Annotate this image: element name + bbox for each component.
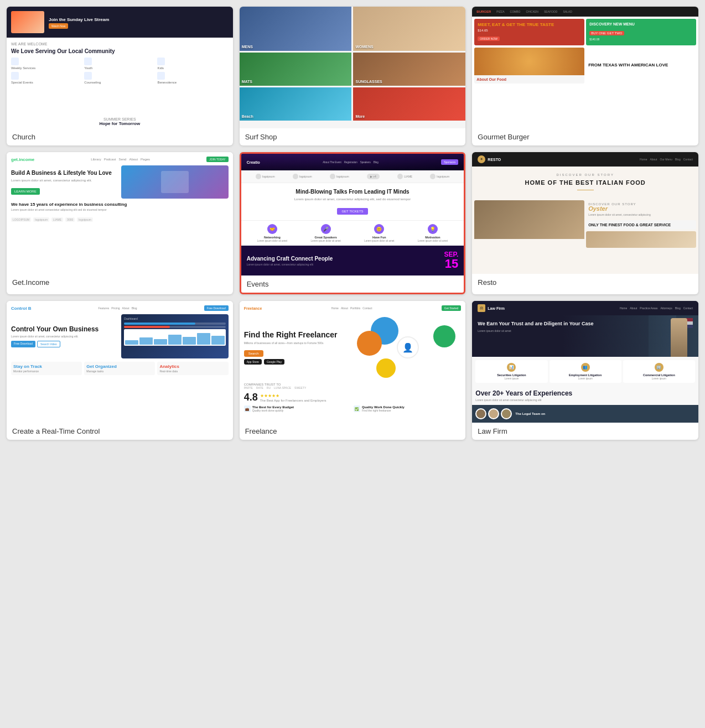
events-nav: Creatio About The Event Registration Spe… (247, 159, 459, 165)
freelance-nav: Freelance Home About Portfolio Contact G… (244, 305, 462, 311)
circle-orange (357, 331, 382, 356)
burger-texas-section: FROM TEXAS WITH AMERICAN LOVE (586, 48, 696, 84)
law-hero-desc: Lorem ipsum dolor sit amet (478, 329, 693, 332)
events-mid-btn[interactable]: GET TICKETS (337, 208, 367, 215)
surf-extra: More (353, 87, 465, 121)
freelance-feature-1: 💼 The Best for Every Budget Quality work… (244, 405, 351, 412)
resto-nav: ☀ RESTO Home About Our Menu Blog Contact (472, 152, 698, 167)
freelance-cta-btn[interactable]: Get Started (442, 305, 462, 311)
freelance-circles: 👤 (354, 314, 461, 381)
resto-preview: ☀ RESTO Home About Our Menu Blog Contact… (472, 152, 698, 274)
events-feature-2: 🎤 Great Speakers Lorem ipsum dolor sit a… (300, 224, 351, 242)
control-hero-title: Control Your Own Business (11, 325, 118, 333)
events-sponsor-1: logoipsum (256, 174, 275, 179)
church-top-text: Join the Sunday Live Stream Watch Now (49, 17, 109, 28)
freelance-app-badges: App Store Google Play (244, 359, 351, 365)
events-nav-btn[interactable]: Sponsors (441, 159, 458, 165)
law-bottom: Over 20+ Years of Experiences Lorem ipsu… (472, 386, 698, 405)
surf-card[interactable]: MENS WOMENS MATS SUNGLASSES Beach More S… (240, 7, 466, 145)
law-logo: ⚖ Law Firm (478, 304, 505, 312)
freelance-quality-icon: ✅ (354, 405, 360, 412)
law-avatar-2 (488, 408, 499, 419)
events-cta-desc: Lorem ipsum dolor sit amet, consectetur … (247, 263, 333, 266)
resto-hero: DISCOVER OUR STORY HOME OF THE BEST ITAL… (472, 167, 698, 200)
income-mid: We have 15 years of experience in busine… (11, 202, 229, 212)
income-hero-title: Build A Business & Lifestyle You Love (11, 169, 118, 176)
income-learn-more[interactable]: LEARN MORE (11, 188, 40, 195)
events-sponsors-bar: logoipsum logoipsum logoipsum ▶ +4 LIAME… (241, 170, 464, 183)
income-label: Get.Income (7, 274, 233, 291)
control-cta-btn[interactable]: Free Download (204, 305, 229, 311)
events-cta: Advancing Craft Connect People Lorem ips… (241, 246, 464, 275)
freelance-features: 💼 The Best for Every Budget Quality work… (244, 405, 462, 412)
resto-divider (577, 190, 594, 190)
surf-preview: MENS WOMENS MATS SUNGLASSES Beach More (240, 7, 466, 128)
template-grid: Join the Sunday Live Stream Watch Now WE… (0, 0, 705, 446)
law-commercial-icon: 🏢 (655, 363, 663, 372)
church-preview: Join the Sunday Live Stream Watch Now WE… (7, 7, 233, 128)
circle-green (433, 325, 455, 347)
events-feature-3: 😊 Have Fun Lorem ipsum dolor sit amet (354, 224, 405, 242)
church-service-1: Weekly Services (11, 58, 82, 70)
circle-yellow (376, 358, 396, 378)
events-fun-icon: 😊 (374, 224, 384, 234)
freelance-avatar: 👤 (397, 336, 419, 358)
freelance-appstore-badge[interactable]: App Store (244, 359, 262, 365)
freelance-rating: 4.8 ★★★★★ The Best App for Freelancers a… (244, 392, 462, 403)
law-service-3: 🏢 Commercial Litigation Lorem ipsum (623, 360, 695, 383)
freelance-hero-desc: Millions of businesses of all sizes—from… (244, 341, 351, 345)
events-mid-desc: Lorem ipsum dolor sit amet, consectetur … (247, 197, 459, 201)
church-service-5: Counseling (84, 72, 155, 84)
events-networking-icon: 🤝 (267, 224, 277, 234)
law-logo-icon: ⚖ (478, 304, 485, 312)
law-card[interactable]: ⚖ Law Firm Home About Practice Areas Att… (472, 301, 698, 440)
surf-womens: WOMENS (353, 7, 465, 51)
surf-mats: MATS (240, 53, 352, 86)
income-logo: get.income (11, 157, 34, 162)
events-features: 🤝 Networking Lorem ipsum dolor sit amet … (241, 220, 464, 246)
control-action-buttons: Free Download Search Video (11, 341, 118, 347)
freelance-hero-text: Find the Right Freelancer Millions of bu… (244, 330, 351, 365)
burger-hero: MEET, EAT & GET THE TRUE TASTE $14.65 OR… (472, 17, 698, 48)
control-card[interactable]: Control B Features Pricing About Blog Fr… (7, 301, 233, 440)
events-logo: Creatio (247, 160, 260, 164)
burger-nav: BURGER PIZZA COMBO CHICKEN SEAFOOD SALAD (472, 7, 698, 17)
events-cta-text: Advancing Craft Connect People Lorem ips… (247, 256, 333, 266)
income-nav: get.income Library Podcast Send About Pa… (11, 157, 229, 162)
income-hero-image (121, 165, 228, 199)
events-hero: Creatio About The Event Registration Spe… (241, 154, 464, 170)
church-services-grid: Weekly Services Youth Kids Special Event… (11, 58, 229, 84)
control-download-btn[interactable]: Free Download (11, 341, 35, 347)
resto-label: Resto (472, 274, 698, 291)
church-card[interactable]: Join the Sunday Live Stream Watch Now WE… (7, 7, 233, 145)
freelance-card[interactable]: Freelance Home About Portfolio Contact G… (240, 301, 466, 440)
law-team-title: The Legal Team on (515, 412, 545, 415)
events-card[interactable]: Creatio About The Event Registration Spe… (240, 152, 466, 294)
income-cta-btn[interactable]: JOIN TODAY (206, 157, 228, 162)
church-cta-btn[interactable]: Watch Now (49, 23, 68, 29)
church-hero-image (11, 11, 44, 33)
law-hero-title: We Earn Your Trust and are Diligent in Y… (478, 321, 693, 327)
income-card[interactable]: get.income Library Podcast Send About Pa… (7, 152, 233, 294)
control-bar-2 (124, 326, 225, 328)
freelance-search-btn[interactable]: Search (244, 350, 263, 357)
control-chart (124, 329, 225, 346)
church-service-3: Kids (157, 58, 228, 70)
control-label: Create a Real-Time Control (7, 423, 233, 440)
control-hero-text: Control Your Own Business Lorem ipsum do… (11, 325, 118, 347)
income-hero-text: Build A Business & Lifestyle You Love Lo… (11, 169, 118, 194)
resto-food-image (586, 231, 696, 248)
events-hero-content: Creative Designer Conference Lorem ipsum… (247, 169, 459, 170)
resto-card[interactable]: ☀ RESTO Home About Our Menu Blog Contact… (472, 152, 698, 294)
burger-promo1: MEET, EAT & GET THE TRUE TASTE $14.65 OR… (474, 19, 584, 45)
events-sponsor-3: logoipsum (330, 174, 349, 179)
burger-card[interactable]: BURGER PIZZA COMBO CHICKEN SEAFOOD SALAD… (472, 7, 698, 145)
control-search-btn[interactable]: Search Video (37, 341, 60, 347)
burger-promo2: DISCOVERY NEW MENU BUY ONE GET TWO $140.… (586, 19, 696, 45)
law-services: 📊 Securities Litigation Lorem ipsum 👥 Em… (472, 357, 698, 386)
law-team-section: The Legal Team on (472, 405, 698, 423)
resto-signature: Oyster (588, 206, 694, 212)
freelance-budget-icon: 💼 (244, 405, 251, 412)
resto-nav-links: Home About Our Menu Blog Contact (640, 158, 693, 161)
freelance-googleplay-badge[interactable]: Google Play (264, 359, 284, 365)
